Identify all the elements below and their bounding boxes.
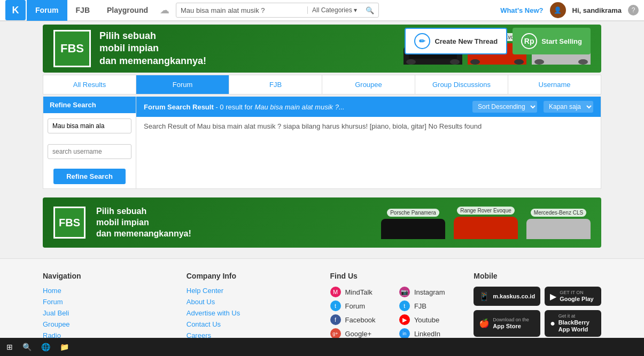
nav-groupee[interactable]: Groupee xyxy=(43,320,170,328)
help-icon[interactable]: ? xyxy=(628,5,639,15)
tab-forum[interactable]: Forum xyxy=(136,75,229,94)
results-title: Forum Search Result - 0 result for Mau b… xyxy=(144,103,345,111)
main-layout: Refine Search Refine Search Forum Search… xyxy=(43,97,601,189)
cloud-icon: ☁ xyxy=(160,4,169,16)
find-us-mindtalk[interactable]: M MindTalk xyxy=(330,287,389,297)
logo-box[interactable]: K xyxy=(5,0,26,20)
start-selling-button[interactable]: Rp Start Selling xyxy=(513,28,591,54)
find-us-youtube[interactable]: ▶ Youtube xyxy=(399,314,457,325)
search-tabs: All Results Forum FJB Groupee Group Disc… xyxy=(43,75,601,94)
tab-groupee[interactable]: Groupee xyxy=(322,75,415,94)
taskbar-folder[interactable]: 📁 xyxy=(56,339,73,354)
avatar: 👤 xyxy=(550,2,566,18)
nav-jual-beli[interactable]: Jual Beli xyxy=(43,309,170,317)
results-area: Forum Search Result - 0 result for Mau b… xyxy=(136,97,601,189)
ad-car-1: Porsche Panamera xyxy=(381,209,445,239)
tab-username[interactable]: Username xyxy=(508,75,601,94)
tab-playground[interactable]: Playground xyxy=(98,0,157,21)
results-header: Forum Search Result - 0 result for Mau b… xyxy=(136,97,601,117)
tab-fjb[interactable]: FJB xyxy=(67,0,98,21)
banner-text: Pilih sebuah mobil impian dan memenangka… xyxy=(99,30,206,67)
link-contact-us[interactable]: Contact Us xyxy=(187,320,314,328)
badge-app-store[interactable]: 🍎 Download on the App Store xyxy=(474,310,540,336)
taskbar-chrome[interactable]: 🌐 xyxy=(37,339,55,354)
search-category[interactable]: All Categories ▾ xyxy=(307,6,361,14)
whats-new[interactable]: What's New? xyxy=(500,6,543,14)
sidebar-header: Refine Search xyxy=(43,97,136,113)
taskbar-search[interactable]: 🔍 xyxy=(18,339,36,354)
time-dropdown[interactable]: Kapan saja Today xyxy=(544,101,593,113)
find-us-instagram[interactable]: 📷 Instagram xyxy=(399,287,457,297)
search-icon[interactable]: 🔍 xyxy=(361,6,378,14)
find-us-title: Find Us xyxy=(330,272,458,280)
taskbar-start[interactable]: ⊞ xyxy=(2,339,17,354)
rp-icon: Rp xyxy=(521,33,537,49)
nav-title: Navigation xyxy=(43,272,170,280)
nav-forum[interactable]: Forum xyxy=(43,298,170,306)
find-us-facebook[interactable]: f Facebook xyxy=(330,314,389,325)
pen-icon: ✏ xyxy=(414,33,430,49)
create-thread-button[interactable]: ✏ Create New Thread xyxy=(405,28,507,54)
ad-cars: Porsche Panamera Range Rover Evoque Merc… xyxy=(381,207,591,239)
fbs-logo: FBS xyxy=(53,30,91,67)
ad-banner-2: FBS Pilih sebuahmobil impiandan memenang… xyxy=(43,197,601,248)
link-about-us[interactable]: About Us xyxy=(187,298,314,306)
results-body: Search Result of Mau bisa main alat musi… xyxy=(136,117,601,136)
tab-fjb[interactable]: FJB xyxy=(229,75,322,94)
search-username-input[interactable] xyxy=(48,144,131,159)
top-nav: K Forum FJB Playground ☁ All Categories … xyxy=(0,0,644,21)
tab-forum[interactable]: Forum xyxy=(27,0,67,21)
badge-mkaskus[interactable]: 📱 m.kaskus.co.id xyxy=(474,287,540,306)
search-input[interactable] xyxy=(176,6,307,14)
link-help-center[interactable]: Help Center xyxy=(187,287,314,295)
mobile-title: Mobile xyxy=(474,272,601,280)
tab-all-results[interactable]: All Results xyxy=(43,75,136,94)
company-title: Company Info xyxy=(187,272,314,280)
refine-search-button[interactable]: Refine Search xyxy=(53,169,126,184)
find-us-twitter-forum[interactable]: t Forum xyxy=(330,300,389,311)
nav-right: What's New? 👤 Hi, sandikrama ? xyxy=(500,2,639,18)
find-us-fjb[interactable]: t FJB xyxy=(399,300,457,311)
results-sort: Sort Descending Sort Ascending Kapan saj… xyxy=(472,101,593,113)
badge-blackberry[interactable]: ● Get it at BlackBerry App World xyxy=(545,310,601,336)
ad-text: Pilih sebuahmobil impiandan memenangkann… xyxy=(96,206,191,239)
search-bar: All Categories ▾ 🔍 xyxy=(176,3,379,18)
ad-car-3: Mercedes-Benz CLS xyxy=(526,209,591,239)
sidebar: Refine Search Refine Search xyxy=(43,97,136,189)
hi-user: Hi, sandikrama xyxy=(572,6,622,14)
link-advertise[interactable]: Advertise with Us xyxy=(187,309,314,317)
nav-home[interactable]: Home xyxy=(43,287,170,295)
taskbar: ⊞ 🔍 🌐 📁 xyxy=(0,338,644,356)
ad-car-2: Range Rover Evoque xyxy=(454,207,518,239)
tab-group-discussions[interactable]: Group Discussions xyxy=(415,75,508,94)
search-text-input[interactable] xyxy=(48,118,131,133)
sort-dropdown[interactable]: Sort Descending Sort Ascending xyxy=(472,101,537,113)
ad-fbs-logo: FBS xyxy=(53,207,86,239)
action-buttons: ✏ Create New Thread Rp Start Selling xyxy=(405,28,591,54)
badge-google-play[interactable]: ▶ GET IT ON Google Play xyxy=(545,287,601,306)
